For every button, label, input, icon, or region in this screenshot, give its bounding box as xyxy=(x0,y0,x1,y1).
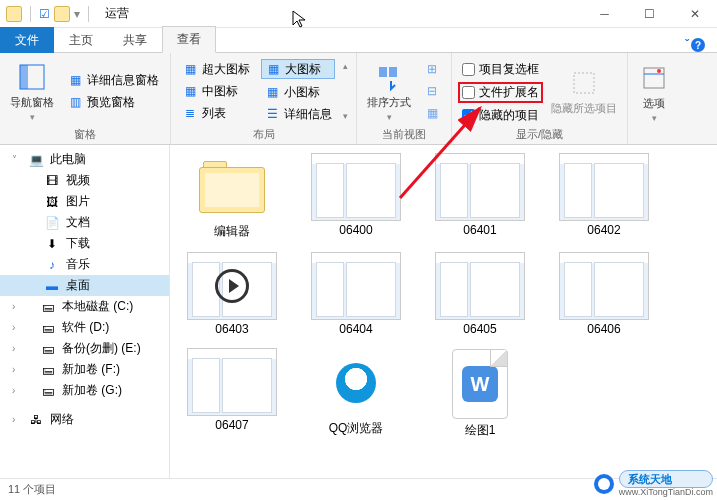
add-columns[interactable]: ⊞ xyxy=(421,60,443,78)
tab-view[interactable]: 查看 xyxy=(162,26,216,53)
svg-point-7 xyxy=(657,69,661,73)
fit-columns[interactable]: ▦ xyxy=(421,104,443,122)
details-pane-button[interactable]: ▦详细信息窗格 xyxy=(64,71,162,89)
file-folder[interactable]: 编辑器 xyxy=(182,153,282,240)
qat-properties-icon[interactable]: ☑ xyxy=(39,7,50,21)
list-view[interactable]: ≣列表 xyxy=(179,104,253,122)
svg-point-10 xyxy=(598,478,610,490)
nav-music[interactable]: ♪音乐 xyxy=(0,254,169,275)
group-current-view: 排序方式 ▾ ⊞ ⊟ ▦ 当前视图 xyxy=(357,53,452,144)
minimize-button[interactable]: ─ xyxy=(582,0,627,28)
nav-c-drive[interactable]: ›🖴本地磁盘 (C:) xyxy=(0,296,169,317)
cursor-icon xyxy=(292,10,308,30)
nav-network[interactable]: ›🖧网络 xyxy=(0,409,169,430)
file-image[interactable]: 06404 xyxy=(306,252,406,336)
medium-icons[interactable]: ▦中图标 xyxy=(179,82,253,100)
details-view[interactable]: ☰详细信息 xyxy=(261,105,335,123)
nav-this-pc[interactable]: ˅💻此电脑 xyxy=(0,149,169,170)
qat-folder-icon[interactable] xyxy=(54,6,70,22)
nav-e-drive[interactable]: ›🖴备份(勿删) (E:) xyxy=(0,338,169,359)
preview-pane-button[interactable]: ▥预览窗格 xyxy=(64,93,162,111)
title-bar: ☑ ▾ 运营 ─ ☐ ✕ xyxy=(0,0,717,28)
ribbon: 导航窗格 ▾ ▦详细信息窗格 ▥预览窗格 窗格 ▦超大图标 ▦中图标 ≣列表 ▦… xyxy=(0,53,717,145)
file-list: 编辑器 06400 06401 06402 06403 06404 06405 … xyxy=(170,145,717,478)
close-button[interactable]: ✕ xyxy=(672,0,717,28)
item-checkboxes[interactable]: 项目复选框 xyxy=(460,61,541,78)
small-icons[interactable]: ▦小图标 xyxy=(261,83,335,101)
nav-documents[interactable]: 📄文档 xyxy=(0,212,169,233)
nav-g-drive[interactable]: ›🖴新加卷 (G:) xyxy=(0,380,169,401)
large-icons[interactable]: ▦大图标 xyxy=(261,59,335,79)
group-layout: ▦超大图标 ▦中图标 ≣列表 ▦大图标 ▦小图标 ☰详细信息 ▴▾ 布局 xyxy=(171,53,357,144)
file-image[interactable]: 06405 xyxy=(430,252,530,336)
nav-videos[interactable]: 🎞视频 xyxy=(0,170,169,191)
tab-home[interactable]: 主页 xyxy=(54,27,108,53)
nav-pictures[interactable]: 🖼图片 xyxy=(0,191,169,212)
watermark: 系统天地 www.XiTongTianDi.com xyxy=(593,470,713,498)
sort-button[interactable]: 排序方式 ▾ xyxy=(365,57,413,125)
file-image[interactable]: 06401 xyxy=(430,153,530,240)
svg-rect-2 xyxy=(379,67,387,77)
hide-selected-button[interactable]: 隐藏所选项目 xyxy=(549,57,619,125)
size-columns[interactable]: ⊟ xyxy=(421,82,443,100)
group-options: 选项 ▾ xyxy=(628,53,680,144)
window-title: 运营 xyxy=(105,5,129,22)
maximize-button[interactable]: ☐ xyxy=(627,0,672,28)
help-button[interactable]: ˇ ? xyxy=(685,38,705,52)
ribbon-tabs: 文件 主页 共享 查看 ˇ ? xyxy=(0,28,717,53)
nav-downloads[interactable]: ⬇下载 xyxy=(0,233,169,254)
svg-rect-4 xyxy=(574,73,594,93)
file-image[interactable]: 06403 xyxy=(182,252,282,336)
file-image[interactable]: 06406 xyxy=(554,252,654,336)
file-image[interactable]: 06400 xyxy=(306,153,406,240)
navigation-pane: ˅💻此电脑 🎞视频 🖼图片 📄文档 ⬇下载 ♪音乐 ▬桌面 ›🖴本地磁盘 (C:… xyxy=(0,145,170,478)
item-count: 11 个项目 xyxy=(8,482,56,497)
svg-rect-1 xyxy=(20,65,28,89)
group-show-hide: 项目复选框 文件扩展名 隐藏的项目 隐藏所选项目 显示/隐藏 xyxy=(452,53,628,144)
extra-large-icons[interactable]: ▦超大图标 xyxy=(179,60,253,78)
file-image[interactable]: 06402 xyxy=(554,153,654,240)
file-wps[interactable]: W绘图1 xyxy=(430,348,530,439)
hidden-items-checkbox[interactable]: 隐藏的项目 xyxy=(460,107,541,124)
group-panes: 导航窗格 ▾ ▦详细信息窗格 ▥预览窗格 窗格 xyxy=(0,53,171,144)
tab-file[interactable]: 文件 xyxy=(0,27,54,53)
nav-desktop[interactable]: ▬桌面 xyxy=(0,275,169,296)
file-extensions-checkbox[interactable]: 文件扩展名 xyxy=(460,84,541,101)
file-image[interactable]: 06407 xyxy=(182,348,282,439)
nav-d-drive[interactable]: ›🖴软件 (D:) xyxy=(0,317,169,338)
file-qq-browser[interactable]: QQ浏览器 xyxy=(306,348,406,439)
nav-f-drive[interactable]: ›🖴新加卷 (F:) xyxy=(0,359,169,380)
svg-rect-3 xyxy=(389,67,397,77)
nav-pane-button[interactable]: 导航窗格 ▾ xyxy=(8,57,56,125)
options-button[interactable]: 选项 ▾ xyxy=(636,57,672,128)
folder-icon xyxy=(6,6,22,22)
tab-share[interactable]: 共享 xyxy=(108,27,162,53)
